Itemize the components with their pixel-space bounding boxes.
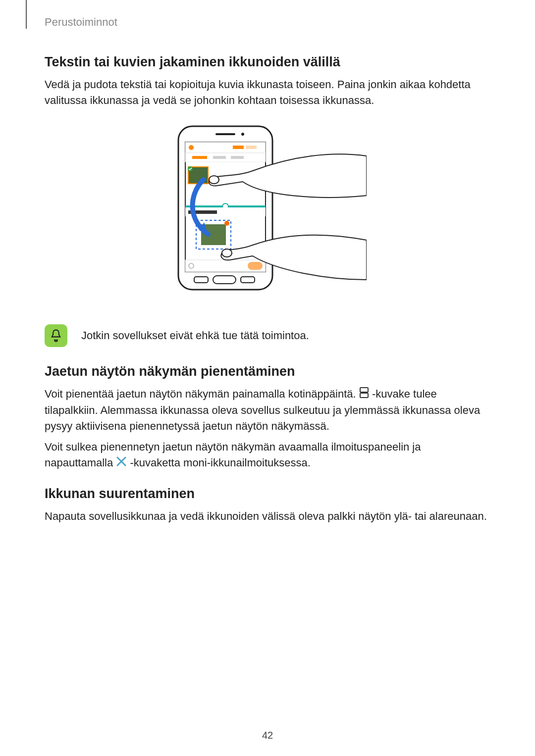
svg-rect-11 bbox=[231, 156, 244, 159]
running-header: Perustoiminnot bbox=[45, 16, 117, 29]
note-block: Jotkin sovellukset eivät ehkä tue tätä t… bbox=[45, 324, 490, 347]
section1-heading: Tekstin tai kuvien jakaminen ikkunoiden … bbox=[45, 54, 490, 70]
bell-icon bbox=[45, 324, 67, 347]
svg-rect-27 bbox=[241, 277, 255, 283]
svg-point-21 bbox=[224, 221, 229, 226]
svg-rect-2 bbox=[215, 133, 235, 135]
svg-point-5 bbox=[189, 145, 194, 150]
split-screen-icon bbox=[359, 387, 369, 403]
svg-rect-32 bbox=[360, 393, 368, 398]
svg-rect-26 bbox=[194, 277, 208, 283]
svg-rect-10 bbox=[213, 156, 226, 159]
section3-heading: Ikkunan suurentaminen bbox=[45, 486, 490, 502]
illustration-wrap bbox=[45, 121, 490, 304]
header-rule bbox=[26, 0, 27, 29]
page-content: Tekstin tai kuvien jakaminen ikkunoiden … bbox=[45, 54, 490, 524]
svg-point-30 bbox=[222, 249, 232, 257]
svg-rect-6 bbox=[233, 146, 244, 149]
svg-rect-24 bbox=[248, 262, 263, 270]
section2-para1a: Voit pienentää jaetun näytön näkymän pai… bbox=[45, 388, 359, 400]
section2-para2b: -kuvaketta moni-ikkunailmoituksessa. bbox=[130, 456, 310, 469]
page: Perustoiminnot Tekstin tai kuvien jakami… bbox=[0, 0, 535, 756]
section3-para: Napauta sovellusikkunaa ja vedä ikkunoid… bbox=[45, 508, 490, 524]
svg-rect-7 bbox=[246, 146, 257, 149]
svg-rect-9 bbox=[192, 156, 207, 159]
drag-drop-illustration bbox=[168, 121, 367, 304]
section2-heading: Jaetun näytön näkymän pienentäminen bbox=[45, 364, 490, 379]
close-x-icon bbox=[116, 455, 127, 471]
svg-rect-31 bbox=[360, 388, 368, 392]
svg-rect-25 bbox=[213, 276, 236, 284]
note-text: Jotkin sovellukset eivät ehkä tue tätä t… bbox=[81, 329, 309, 342]
section2-para1: Voit pienentää jaetun näytön näkymän pai… bbox=[45, 386, 490, 434]
section2-para2: Voit sulkea pienennetyn jaetun näytön nä… bbox=[45, 439, 490, 471]
section1-para: Vedä ja pudota tekstiä tai kopioituja ku… bbox=[45, 77, 490, 108]
svg-point-29 bbox=[209, 176, 219, 184]
svg-point-3 bbox=[241, 133, 244, 136]
page-number: 42 bbox=[0, 730, 535, 741]
